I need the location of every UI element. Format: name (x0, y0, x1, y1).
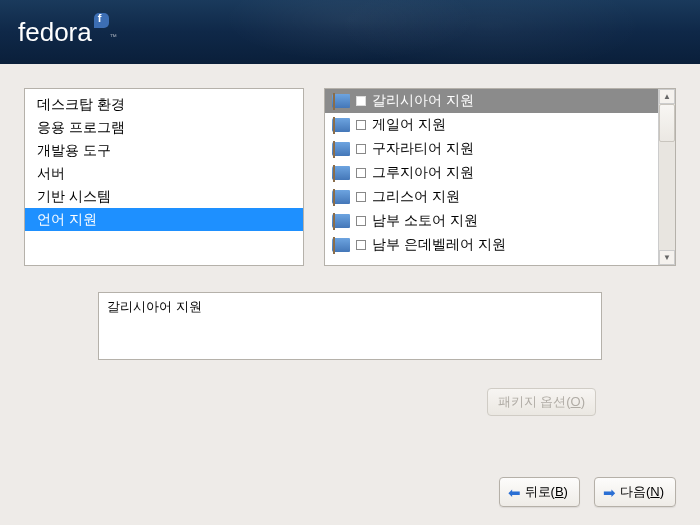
category-panel: 데스크탑 환경응용 프로그램개발용 도구서버기반 시스템언어 지원 (24, 88, 304, 266)
subcategory-item[interactable]: 갈리시아어 지원 (325, 89, 658, 113)
scroll-up-button[interactable]: ▲ (659, 89, 675, 104)
scrollbar[interactable]: ▲ ▼ (658, 89, 675, 265)
category-item[interactable]: 데스크탑 환경 (25, 93, 303, 116)
subcategory-item[interactable]: 그루지아어 지원 (325, 161, 658, 185)
subcategory-item[interactable]: 게일어 지원 (325, 113, 658, 137)
category-item[interactable]: 개발용 도구 (25, 139, 303, 162)
category-item[interactable]: 응용 프로그램 (25, 116, 303, 139)
scroll-track[interactable] (659, 104, 675, 250)
fedora-f-icon (94, 13, 109, 28)
subcategory-label: 갈리시아어 지원 (372, 92, 474, 110)
description-box: 갈리시아어 지원 (98, 292, 602, 360)
subcategory-item[interactable]: 남부 소토어 지원 (325, 209, 658, 233)
category-item[interactable]: 언어 지원 (25, 208, 303, 231)
subcategory-item[interactable]: 그리스어 지원 (325, 185, 658, 209)
flag-icon (332, 142, 350, 156)
flag-icon (332, 166, 350, 180)
flag-icon (332, 238, 350, 252)
subcategory-label: 남부 은데벨레어 지원 (372, 236, 506, 254)
checkbox[interactable] (356, 216, 366, 226)
scroll-thumb[interactable] (659, 104, 675, 142)
back-button[interactable]: ⬅ 뒤로(B) (499, 477, 580, 507)
subcategory-panel: 갈리시아어 지원게일어 지원구자라티어 지원그루지아어 지원그리스어 지원남부 … (324, 88, 676, 266)
checkbox[interactable] (356, 144, 366, 154)
subcategory-label: 구자라티어 지원 (372, 140, 474, 158)
checkbox[interactable] (356, 168, 366, 178)
subcategory-label: 그리스어 지원 (372, 188, 460, 206)
checkbox[interactable] (356, 120, 366, 130)
package-options-button: 패키지 옵션(O) (487, 388, 596, 416)
trademark: ™ (110, 33, 117, 40)
checkbox[interactable] (356, 240, 366, 250)
flag-icon (332, 94, 350, 108)
subcategory-label: 게일어 지원 (372, 116, 446, 134)
header-banner: fedora ™ (0, 0, 700, 64)
subcategory-label: 그루지아어 지원 (372, 164, 474, 182)
flag-icon (332, 190, 350, 204)
description-text: 갈리시아어 지원 (107, 299, 202, 314)
subcategory-label: 남부 소토어 지원 (372, 212, 478, 230)
category-item[interactable]: 서버 (25, 162, 303, 185)
flag-icon (332, 118, 350, 132)
checkbox[interactable] (356, 96, 366, 106)
subcategory-item[interactable]: 남부 은데벨레어 지원 (325, 233, 658, 257)
arrow-right-icon: ➡ (603, 485, 616, 500)
fedora-logo: fedora ™ (18, 17, 117, 48)
category-item[interactable]: 기반 시스템 (25, 185, 303, 208)
subcategory-item[interactable]: 구자라티어 지원 (325, 137, 658, 161)
scroll-down-button[interactable]: ▼ (659, 250, 675, 265)
flag-icon (332, 214, 350, 228)
brand-name: fedora (18, 17, 92, 48)
next-button[interactable]: ➡ 다음(N) (594, 477, 676, 507)
arrow-left-icon: ⬅ (508, 485, 521, 500)
checkbox[interactable] (356, 192, 366, 202)
